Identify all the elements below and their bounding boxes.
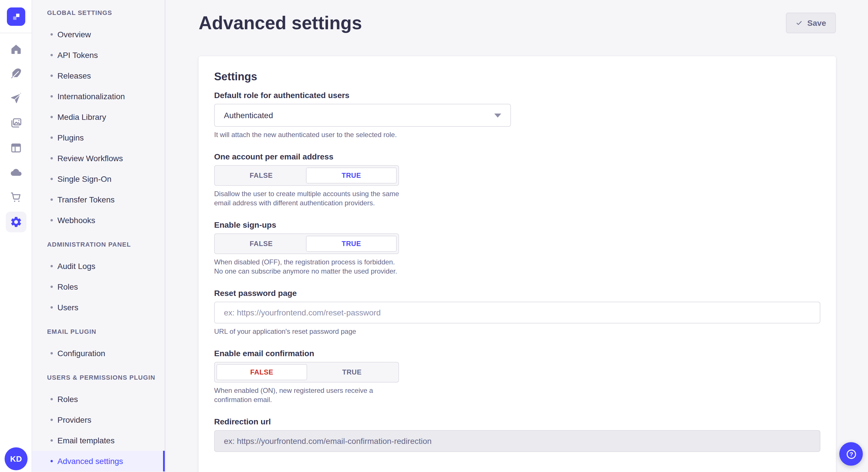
user-avatar[interactable]: KD <box>5 447 28 470</box>
bullet-icon <box>51 265 53 267</box>
bullet-icon <box>51 439 53 442</box>
bullet-icon <box>51 419 53 421</box>
field-reset-password: Reset password page URL of your applicat… <box>214 289 820 336</box>
logo-area <box>0 0 32 33</box>
settings-sidebar: GLOBAL SETTINGS Overview API Tokens Rele… <box>32 0 165 472</box>
icon-rail: KD <box>0 0 32 472</box>
page-header: Advanced settings Save <box>198 0 836 34</box>
cart-icon[interactable] <box>5 187 26 208</box>
sidebar-item-transfer-tokens[interactable]: Transfer Tokens <box>32 189 165 210</box>
card-heading: Settings <box>214 70 820 84</box>
bullet-icon <box>51 398 53 400</box>
bullet-icon <box>51 136 53 139</box>
check-icon <box>796 20 803 26</box>
bullet-icon <box>51 74 53 77</box>
email-confirmation-option-false[interactable]: FALSE <box>216 364 307 380</box>
feather-icon[interactable] <box>5 64 26 84</box>
media-icon[interactable] <box>5 113 26 134</box>
default-role-hint: It will attach the new authenticated use… <box>214 130 820 139</box>
sidebar-section-email-plugin: EMAIL PLUGIN <box>32 327 165 336</box>
redirection-url-input <box>214 430 820 452</box>
bullet-icon <box>51 460 53 462</box>
bullet-icon <box>51 157 53 160</box>
reset-password-label: Reset password page <box>214 289 820 298</box>
help-button[interactable]: ? <box>839 442 863 466</box>
default-role-select-value: Authenticated <box>224 111 273 120</box>
strapi-logo-glyph <box>9 10 22 23</box>
bullet-icon <box>51 285 53 288</box>
strapi-logo[interactable] <box>7 7 25 26</box>
sidebar-item-configuration[interactable]: Configuration <box>32 343 165 364</box>
sidebar-item-single-sign-on[interactable]: Single Sign-On <box>32 169 165 189</box>
sidebar-item-media-library[interactable]: Media Library <box>32 107 165 127</box>
sidebar-item-audit-logs[interactable]: Audit Logs <box>32 256 165 276</box>
default-role-select[interactable]: Authenticated <box>214 104 511 127</box>
reset-password-input[interactable] <box>214 302 820 324</box>
bullet-icon <box>51 178 53 180</box>
sidebar-item-webhooks[interactable]: Webhooks <box>32 210 165 231</box>
one-account-hint: Disallow the user to create multiple acc… <box>214 189 405 208</box>
field-one-account: One account per email address FALSE TRUE… <box>214 152 820 208</box>
sidebar-item-email-templates[interactable]: Email templates <box>32 430 165 451</box>
email-confirmation-hint: When enabled (ON), new registered users … <box>214 386 405 404</box>
bullet-icon <box>51 198 53 201</box>
sidebar-section-users-permissions-plugin: USERS & PERMISSIONS PLUGIN <box>32 373 165 382</box>
save-button[interactable]: Save <box>786 12 836 33</box>
sidebar-item-users[interactable]: Users <box>32 297 165 318</box>
sidebar-item-overview[interactable]: Overview <box>32 24 165 45</box>
enable-signups-label: Enable sign-ups <box>214 220 820 230</box>
chevron-down-icon <box>494 113 501 117</box>
redirection-url-label: Redirection url <box>214 417 820 427</box>
rail-nav <box>0 33 32 232</box>
gear-icon[interactable] <box>5 212 26 232</box>
page-title: Advanced settings <box>198 11 362 34</box>
one-account-label: One account per email address <box>214 152 820 162</box>
sidebar-item-roles-admin[interactable]: Roles <box>32 276 165 297</box>
field-redirection-url: Redirection url <box>214 417 820 452</box>
one-account-toggle[interactable]: FALSE TRUE <box>214 165 399 186</box>
sidebar-item-releases[interactable]: Releases <box>32 65 165 86</box>
bullet-icon <box>51 116 53 118</box>
bullet-icon <box>51 95 53 98</box>
layout-icon[interactable] <box>5 138 26 158</box>
svg-text:?: ? <box>849 451 853 457</box>
question-icon: ? <box>845 448 857 460</box>
sidebar-item-advanced-settings[interactable]: Advanced settings <box>32 451 165 471</box>
main-content: Advanced settings Save Settings Default … <box>165 0 868 472</box>
reset-password-hint: URL of your application's reset password… <box>214 327 820 336</box>
default-role-label: Default role for authenticated users <box>214 91 820 100</box>
send-icon[interactable] <box>5 88 26 109</box>
save-button-label: Save <box>807 19 826 28</box>
sidebar-item-roles-up[interactable]: Roles <box>32 389 165 409</box>
field-email-confirmation: Enable email confirmation FALSE TRUE Whe… <box>214 349 820 404</box>
bullet-icon <box>51 306 53 308</box>
sidebar-section-administration-panel: ADMINISTRATION PANEL <box>32 240 165 249</box>
sidebar-item-api-tokens[interactable]: API Tokens <box>32 45 165 65</box>
enable-signups-hint: When disabled (OFF), the registration pr… <box>214 258 405 276</box>
one-account-option-true[interactable]: TRUE <box>306 167 397 183</box>
sidebar-section-global-settings: GLOBAL SETTINGS <box>32 8 165 17</box>
sidebar-item-providers[interactable]: Providers <box>32 409 165 430</box>
sidebar-item-review-workflows[interactable]: Review Workflows <box>32 148 165 169</box>
home-icon[interactable] <box>5 39 26 60</box>
one-account-option-false[interactable]: FALSE <box>216 167 306 183</box>
enable-signups-toggle[interactable]: FALSE TRUE <box>214 233 399 254</box>
email-confirmation-toggle[interactable]: FALSE TRUE <box>214 362 399 382</box>
cloud-icon[interactable] <box>5 162 26 183</box>
enable-signups-option-true[interactable]: TRUE <box>306 236 397 252</box>
bullet-icon <box>51 219 53 222</box>
enable-signups-option-false[interactable]: FALSE <box>216 236 306 252</box>
bullet-icon <box>51 33 53 36</box>
field-enable-signups: Enable sign-ups FALSE TRUE When disabled… <box>214 220 820 276</box>
app-window: KD GLOBAL SETTINGS Overview API Tokens R… <box>0 0 868 472</box>
bullet-icon <box>51 352 53 355</box>
sidebar-item-internationalization[interactable]: Internationalization <box>32 86 165 107</box>
bullet-icon <box>51 54 53 56</box>
email-confirmation-option-true[interactable]: TRUE <box>307 364 397 380</box>
sidebar-item-plugins[interactable]: Plugins <box>32 127 165 148</box>
settings-card: Settings Default role for authenticated … <box>198 56 836 472</box>
field-default-role: Default role for authenticated users Aut… <box>214 91 820 139</box>
email-confirmation-label: Enable email confirmation <box>214 349 820 359</box>
